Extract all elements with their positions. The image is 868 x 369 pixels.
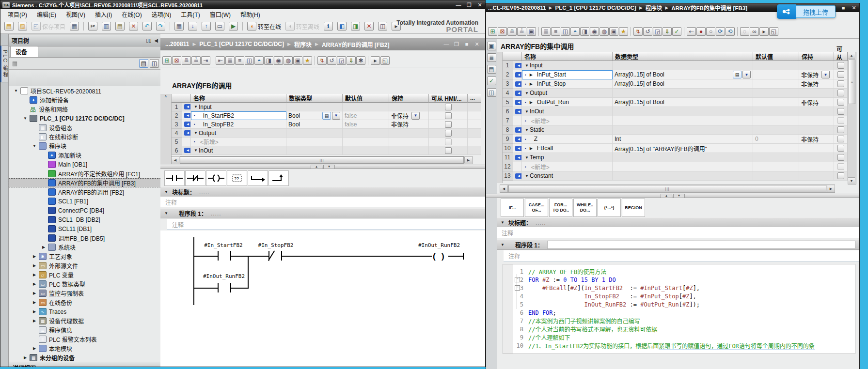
breadcrumb-segment[interactable]: PLC_1 [CPU 1217C DC/DC/DC]: [555, 5, 636, 11]
name-cell[interactable]: ▪<新增>: [191, 138, 286, 146]
section-expander-icon[interactable]: ▼: [524, 155, 530, 160]
tree-item[interactable]: ARRAY的不定长数组应用 [FC1]: [9, 169, 161, 178]
tree-item[interactable]: ▼项目SCL-REV05-20200811: [9, 86, 161, 95]
hmi-visible-cell[interactable]: [834, 107, 848, 116]
default-value-cell[interactable]: [753, 144, 799, 153]
table-hscrollbar[interactable]: ◀|||▶: [500, 184, 835, 193]
retain-cell[interactable]: [389, 129, 429, 138]
tree-item[interactable]: Main [OB1]: [9, 160, 161, 169]
table-row[interactable]: 3◄▪▶InPut_StopArray[0..15] of Bool非保持: [502, 79, 848, 89]
hmi-visible-cell[interactable]: [429, 138, 468, 146]
default-value-cell[interactable]: [753, 107, 799, 116]
default-value-cell[interactable]: [753, 116, 799, 125]
array-expander-icon[interactable]: ▶: [528, 146, 534, 151]
glasses-icon[interactable]: ∞: [750, 27, 759, 36]
datatype-cell[interactable]: [613, 153, 753, 162]
menu-item[interactable]: 窗口(W): [205, 9, 235, 19]
column-header[interactable]: 名称: [522, 52, 613, 61]
datatype-cell[interactable]: [613, 162, 753, 171]
name-cell[interactable]: ▪<新增>: [522, 162, 613, 171]
new-folder-icon[interactable]: ▦: [11, 60, 19, 67]
window-small-icon[interactable]: ◱: [380, 56, 390, 65]
load-values-icon[interactable]: ⇓: [347, 56, 356, 65]
hmi-checkbox[interactable]: [837, 154, 844, 161]
maximize-button[interactable]: ❐: [466, 2, 473, 8]
hmi-visible-cell[interactable]: [834, 162, 848, 171]
menu-item[interactable]: 帮助(H): [236, 9, 265, 19]
expand-rows-icon[interactable]: ≣: [225, 56, 235, 65]
datatype-cell[interactable]: [286, 103, 343, 111]
default-value-cell[interactable]: [343, 146, 389, 155]
download-to-device-button[interactable]: ↓: [186, 20, 199, 32]
tree-item[interactable]: ConnectPC [DB4]: [9, 206, 161, 215]
hmi-checkbox[interactable]: [837, 163, 844, 170]
accept-values-icon[interactable]: ✓: [672, 27, 681, 36]
datatype-cell[interactable]: [286, 129, 343, 138]
column-header[interactable]: 名称: [191, 94, 286, 103]
name-cell[interactable]: ▪▶OutPut_Run: [522, 98, 613, 107]
table-row[interactable]: 9◄▪ZInt0非保持: [502, 135, 848, 144]
hmi-checkbox[interactable]: [837, 117, 844, 124]
hmi-checkbox[interactable]: [837, 108, 844, 115]
retain-values-icon[interactable]: ◍: [284, 56, 293, 65]
paste-button[interactable]: ▤: [113, 20, 126, 32]
break-off-call-icon[interactable]: ↯: [633, 27, 643, 36]
code-line[interactable]: 2−FOR #Z := 0 TO 15 BY 1 DO: [503, 276, 855, 284]
for-snippet-button[interactable]: FOR...TO DO..: [549, 199, 572, 217]
cut-button[interactable]: ✂: [86, 20, 99, 32]
network-comment[interactable]: 注释: [504, 250, 859, 261]
name-cell[interactable]: ▼InOut: [522, 107, 613, 116]
comments-toggle-icon[interactable]: ◓: [254, 56, 264, 65]
empty-box-button[interactable]: ??: [227, 170, 247, 186]
copy-button[interactable]: ▥: [100, 20, 113, 32]
print-button[interactable]: ▦: [68, 20, 81, 32]
keep-layout2-icon[interactable]: ▣: [609, 27, 618, 36]
delete-row-icon[interactable]: ⊠: [498, 27, 507, 36]
hmi-visible-cell[interactable]: [429, 103, 468, 111]
absolute-addresses-icon[interactable]: ◨: [264, 56, 273, 65]
default-value-cell[interactable]: [343, 138, 389, 146]
monitor-values-icon[interactable]: ◉: [274, 56, 283, 65]
column-header[interactable]: 数据类型: [613, 52, 753, 61]
hmi-checkbox[interactable]: [837, 126, 844, 133]
table-row[interactable]: 3◄▪In_StopFB2Boolfalse非保持: [171, 120, 481, 129]
settings-icon[interactable]: ✱: [356, 56, 365, 65]
default-value-cell[interactable]: [753, 89, 799, 98]
hmi-checkbox[interactable]: [837, 62, 844, 69]
editor-close-button[interactable]: ✕: [473, 41, 480, 47]
pane-splitter[interactable]: ▲▼: [486, 194, 859, 198]
list-view-icon[interactable]: ▤: [139, 59, 148, 68]
append-parameter-icon[interactable]: ≟: [517, 27, 526, 36]
fold-marker-icon[interactable]: −: [515, 285, 520, 291]
name-cell[interactable]: ▪<新增>: [522, 116, 613, 125]
tree-item[interactable]: ✦添加新块: [9, 151, 161, 160]
hmi-visible-cell[interactable]: [834, 144, 848, 153]
name-cell[interactable]: ▼Input: [522, 61, 613, 70]
table-row[interactable]: 2◄▪In_StartFB2Bool▤▼false非保持▼: [171, 111, 481, 120]
details-view-bar[interactable]: 详细视图: [9, 362, 161, 367]
code-line[interactable]: 4 In_StopFB2 := #InPut_Stop[#Z],: [503, 292, 855, 300]
expander-closed-icon[interactable]: ▶: [30, 300, 39, 305]
close-button[interactable]: ✕: [476, 2, 483, 8]
menu-item[interactable]: 选项(N): [147, 9, 176, 19]
hmi-checkbox[interactable]: [445, 130, 452, 137]
fold-marker-icon[interactable]: −: [515, 277, 520, 282]
datatype-cell[interactable]: [613, 116, 753, 125]
delete-button[interactable]: ✕: [127, 20, 140, 32]
section-expander-icon[interactable]: ▼: [524, 128, 530, 132]
expander-closed-icon[interactable]: ▶: [30, 319, 39, 323]
tree-item[interactable]: ARRAY的FB的调用 [FB2]: [9, 187, 161, 197]
tree-item[interactable]: ▼PLC_1 [CPU 1217C DC/DC/DC]: [9, 114, 161, 123]
maximize-button[interactable]: ■: [840, 5, 847, 11]
collapse-rows-icon[interactable]: ≡: [551, 27, 560, 36]
name-cell[interactable]: ▼Temp: [522, 153, 613, 162]
code-line[interactable]: 7//本案例为西门子视频讲解案例的自己编写: [503, 317, 855, 325]
retain-cell[interactable]: 非保持: [799, 79, 834, 89]
tree-item[interactable]: SCL1_DB [DB2]: [9, 215, 161, 224]
while-snippet-button[interactable]: WHILE..DO...: [573, 199, 597, 217]
datatype-cell[interactable]: [286, 146, 343, 155]
favorites-toggle-icon[interactable]: ★: [619, 27, 628, 36]
expander-closed-icon[interactable]: ▶: [30, 346, 39, 351]
editor-maximize-button[interactable]: ■: [463, 41, 470, 47]
default-value-cell[interactable]: [753, 171, 799, 181]
